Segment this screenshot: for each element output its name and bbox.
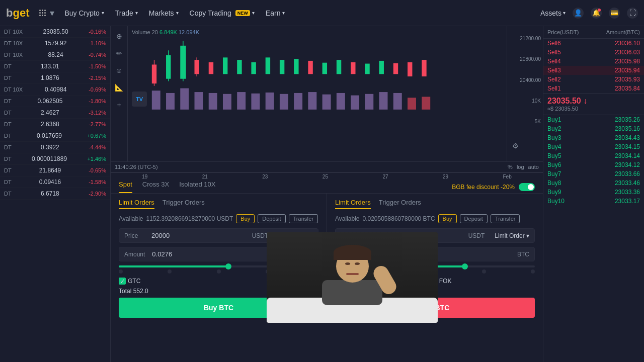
ob-sell-1[interactable]: Sell1 23035.84 xyxy=(543,84,644,93)
buy-available-value: 1152.3920866918270000 USDT xyxy=(146,215,233,222)
ob-buy-10[interactable]: Buy10 23033.17 xyxy=(543,197,644,206)
user-icon[interactable]: 👤 xyxy=(573,8,584,19)
grid-chevron-icon[interactable]: ▾ xyxy=(50,8,54,19)
svg-rect-8 xyxy=(209,62,213,74)
ob-buy-4[interactable]: Buy4 23034.15 xyxy=(543,142,644,151)
bell-icon[interactable]: 🔔 xyxy=(591,8,602,19)
svg-rect-26 xyxy=(180,88,189,110)
svg-rect-35 xyxy=(308,92,316,110)
nav-trade[interactable]: Trade ▾ xyxy=(111,6,142,20)
auto-control[interactable]: auto xyxy=(528,164,539,170)
ob-buy-8[interactable]: Buy8 23033.46 xyxy=(543,178,644,188)
sidebar-row-13[interactable]: DT 0.09416 -1.58% xyxy=(0,176,110,188)
assets-button[interactable]: Assets ▾ xyxy=(540,9,566,17)
sell-buy-btn-small[interactable]: Buy xyxy=(438,214,457,223)
svg-rect-36 xyxy=(323,95,331,110)
sidebar-row-12[interactable]: DT 21.8649 -0.65% xyxy=(0,165,110,176)
svg-rect-39 xyxy=(365,94,373,110)
svg-rect-14 xyxy=(294,59,298,74)
sidebar-row-9[interactable]: DT 0.017659 +0.67% xyxy=(0,130,110,142)
deposit-btn-sell[interactable]: Deposit xyxy=(460,214,488,223)
chart-zoom-icon[interactable]: + xyxy=(113,99,125,111)
tab-isolated10x[interactable]: Isolated 10X xyxy=(179,180,215,193)
bgb-toggle[interactable]: BGB fee discount -20% xyxy=(452,183,535,191)
sidebar-row-6[interactable]: DT 0.062505 -1.80% xyxy=(0,96,110,107)
sidebar-row-0[interactable]: DT 10X 23035.50 -0.16% xyxy=(0,26,110,38)
toggle-switch[interactable] xyxy=(519,183,535,191)
buy-available-label: Available xyxy=(119,215,143,222)
expand-icon[interactable]: ⛶ xyxy=(627,8,638,19)
sidebar-row-3[interactable]: DT 133.01 -1.50% xyxy=(0,61,110,72)
nav-earn[interactable]: Earn ▾ xyxy=(262,6,289,20)
order-tab-limit[interactable]: Limit Orders xyxy=(119,199,154,209)
svg-rect-10 xyxy=(237,60,242,74)
sidebar-row-5[interactable]: DT 10X 0.40984 -0.69% xyxy=(0,84,110,96)
nav-buy-crypto[interactable]: Buy Crypto ▾ xyxy=(60,6,108,20)
sidebar-row-1[interactable]: DT 10X 1579.92 -1.10% xyxy=(0,38,110,49)
tab-spot[interactable]: Spot xyxy=(119,180,132,193)
svg-rect-20 xyxy=(379,61,384,74)
chart-emoji-icon[interactable]: ☺ xyxy=(113,64,125,76)
sidebar-row-2[interactable]: DT 10X 88.24 -0.74% xyxy=(0,49,110,61)
sell-order-tab-limit[interactable]: Limit Orders xyxy=(335,199,371,209)
svg-rect-27 xyxy=(195,92,203,110)
transfer-btn-buy[interactable]: Transfer xyxy=(289,214,318,223)
order-tab-trigger[interactable]: Trigger Orders xyxy=(163,199,205,209)
chart-crosshair-icon[interactable]: ⊕ xyxy=(113,30,125,42)
sell-order-tab-trigger[interactable]: Trigger Orders xyxy=(379,199,421,209)
logo[interactable]: bget xyxy=(6,7,29,20)
ob-buy-3[interactable]: Buy3 23034.43 xyxy=(543,133,644,142)
sell-order-type[interactable]: Limit Order ▾ xyxy=(490,229,534,242)
sidebar-row-10[interactable]: DT 0.3922 -4.44% xyxy=(0,142,110,153)
sidebar-row-8[interactable]: DT 2.6368 -2.77% xyxy=(0,119,110,130)
svg-rect-17 xyxy=(337,60,341,74)
svg-rect-38 xyxy=(351,96,359,110)
log-control[interactable]: log xyxy=(517,164,524,170)
buy-price-input[interactable] xyxy=(149,229,247,242)
wallet-icon[interactable]: 💳 xyxy=(609,8,620,19)
ob-sell-4[interactable]: Sell4 23035.98 xyxy=(543,57,644,66)
sidebar-row-11[interactable]: DT 0.000011889 +1.46% xyxy=(0,153,110,165)
chart-measure-icon[interactable]: 📐 xyxy=(113,81,125,94)
svg-rect-33 xyxy=(280,94,288,110)
chart-content: Volume 20 6.849K 12.094K TV xyxy=(128,26,543,161)
tab-cross3x[interactable]: Cross 3X xyxy=(142,180,169,193)
chart-pencil-icon[interactable]: ✏ xyxy=(113,47,125,59)
svg-rect-21 xyxy=(393,63,398,74)
svg-rect-31 xyxy=(251,94,260,110)
buy-btn-small[interactable]: Buy xyxy=(236,214,255,223)
svg-rect-29 xyxy=(223,94,231,110)
ob-buy-9[interactable]: Buy9 23033.36 xyxy=(543,188,644,197)
sidebar-row-7[interactable]: DT 2.4627 -3.12% xyxy=(0,107,110,119)
ob-sell-6[interactable]: Sell6 23036.10 xyxy=(543,39,644,48)
svg-rect-37 xyxy=(337,93,345,110)
nav-grid-icon[interactable] xyxy=(39,10,46,16)
ob-buy-6[interactable]: Buy6 23034.12 xyxy=(543,160,644,169)
ob-sell-3[interactable]: Sell3 23035.94 xyxy=(543,66,644,75)
ob-sell-2[interactable]: Sell2 23035.93 xyxy=(543,75,644,84)
ob-buy-5[interactable]: Buy5 23034.14 xyxy=(543,151,644,160)
orderbook-header: Price(USDT) Amount(BTC) xyxy=(543,26,644,39)
ob-buy-1[interactable]: Buy1 23035.26 xyxy=(543,115,644,124)
main-content: DT 10X 23035.50 -0.16% DT 10X 1579.92 -1… xyxy=(0,26,644,362)
chart-settings-icon[interactable]: ⚙ xyxy=(509,140,521,152)
ob-buy-2[interactable]: Buy2 23035.16 xyxy=(543,124,644,133)
svg-rect-16 xyxy=(323,63,327,74)
sidebar-row-14[interactable]: DT 6.6718 -2.90% xyxy=(0,188,110,200)
deposit-btn-buy[interactable]: Deposit xyxy=(258,214,285,223)
ob-mid-price: 23035.50 ↓ ≈$ 23035.50 xyxy=(543,93,644,115)
ob-sell-5[interactable]: Sell5 23036.03 xyxy=(543,48,644,57)
ob-buy-7[interactable]: Buy7 23033.66 xyxy=(543,169,644,178)
nav-markets[interactable]: Markets ▾ xyxy=(145,6,183,20)
sidebar-change-0: -0.16% xyxy=(89,29,106,35)
nav-copy-trading[interactable]: Copy Trading NEW ▾ xyxy=(186,6,259,20)
panel-tabs: Spot Cross 3X Isolated 10X xyxy=(119,180,216,193)
ob-col-amount: Amount(BTC) xyxy=(606,29,640,35)
svg-rect-42 xyxy=(408,98,416,110)
buy-gtc-checkbox[interactable]: ✓ GTC xyxy=(119,278,140,285)
svg-rect-11 xyxy=(251,62,256,74)
sidebar-row-4[interactable]: DT 1.0876 -2.15% xyxy=(0,72,110,84)
transfer-btn-sell[interactable]: Transfer xyxy=(491,214,520,223)
pct-control[interactable]: % xyxy=(508,164,513,170)
new-badge: NEW xyxy=(235,10,250,16)
